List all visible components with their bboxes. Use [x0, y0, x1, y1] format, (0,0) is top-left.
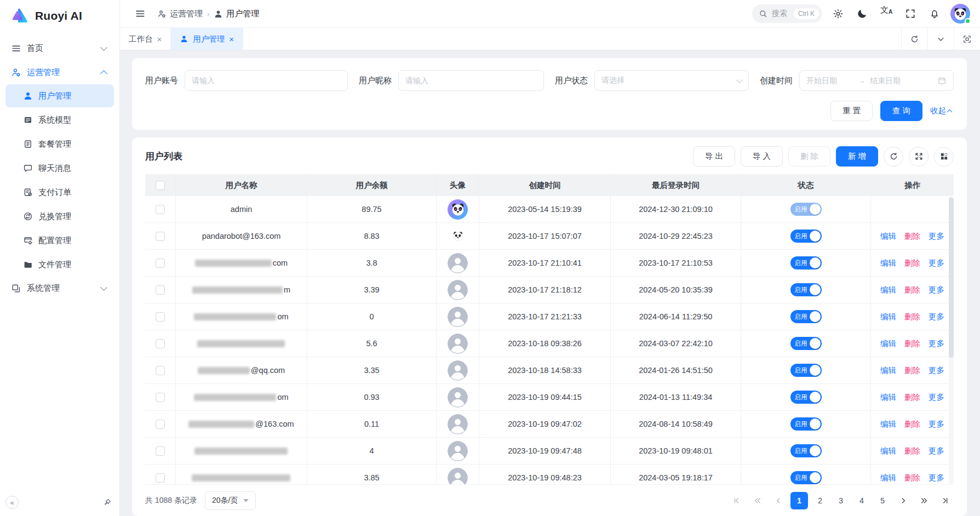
maximize-icon[interactable]: [954, 28, 980, 50]
first-page-button[interactable]: [728, 492, 746, 509]
export-button[interactable]: 导 出: [693, 146, 735, 167]
status-toggle[interactable]: 启用: [790, 256, 822, 270]
delete-link[interactable]: 删除: [904, 392, 920, 403]
translate-icon[interactable]: 文A: [878, 5, 895, 22]
refresh-icon[interactable]: [901, 28, 927, 50]
page-size-select[interactable]: 20条/页: [205, 491, 256, 510]
sidebar-collapse-button[interactable]: «: [5, 496, 19, 509]
end-date-input[interactable]: [870, 76, 917, 85]
edit-link[interactable]: 编辑: [880, 258, 896, 268]
delete-link[interactable]: 删除: [904, 365, 920, 376]
status-toggle[interactable]: 启用: [790, 337, 822, 350]
nickname-input[interactable]: [405, 76, 537, 85]
edit-link[interactable]: 编辑: [880, 473, 896, 483]
delete-link[interactable]: 删除: [904, 285, 920, 295]
row-checkbox[interactable]: [156, 420, 165, 429]
prev-10-pages-button[interactable]: [749, 492, 766, 509]
sidebar-subitem-1[interactable]: 系统模型: [5, 108, 114, 131]
page-button-1[interactable]: 1: [790, 492, 808, 509]
start-date-input[interactable]: [806, 76, 853, 85]
brand[interactable]: Ruoyi AI: [0, 0, 119, 32]
more-link[interactable]: 更多: [929, 365, 944, 376]
refresh-icon[interactable]: [884, 147, 903, 167]
more-link[interactable]: 更多: [929, 231, 944, 242]
row-checkbox[interactable]: [156, 473, 165, 483]
status-toggle[interactable]: 启用: [790, 203, 822, 216]
row-checkbox[interactable]: [156, 339, 165, 348]
more-link[interactable]: 更多: [929, 258, 944, 268]
row-checkbox[interactable]: [156, 446, 165, 456]
row-checkbox[interactable]: [156, 285, 165, 295]
status-toggle[interactable]: 启用: [790, 364, 822, 377]
more-link[interactable]: 更多: [929, 446, 944, 456]
sidebar-subitem-5[interactable]: 兑换管理: [5, 205, 114, 228]
fullscreen-icon[interactable]: [902, 5, 919, 22]
more-link[interactable]: 更多: [929, 312, 944, 322]
row-checkbox[interactable]: [156, 232, 165, 241]
delete-link[interactable]: 删除: [904, 339, 920, 349]
sidebar-item-system[interactable]: 系统管理: [5, 276, 114, 300]
global-search[interactable]: 搜索 Ctrl K: [752, 4, 822, 23]
more-link[interactable]: 更多: [929, 473, 944, 483]
expand-icon[interactable]: [909, 147, 929, 167]
more-link[interactable]: 更多: [929, 392, 944, 403]
scrollbar-thumb[interactable]: [949, 197, 954, 358]
chevron-down-icon[interactable]: [927, 28, 954, 50]
add-button[interactable]: 新 增: [836, 146, 878, 167]
page-button-4[interactable]: 4: [853, 492, 870, 509]
user-avatar[interactable]: [950, 4, 970, 24]
status-toggle[interactable]: 启用: [790, 283, 822, 296]
status-toggle[interactable]: 启用: [790, 444, 822, 457]
row-checkbox[interactable]: [156, 312, 165, 322]
edit-link[interactable]: 编辑: [880, 365, 896, 376]
dark-mode-icon[interactable]: [854, 5, 870, 22]
close-icon[interactable]: ×: [229, 35, 234, 44]
import-button[interactable]: 导 入: [741, 146, 783, 167]
sidebar-subitem-6[interactable]: 配置管理: [5, 229, 114, 252]
sidebar-subitem-7[interactable]: 文件管理: [5, 253, 114, 276]
columns-icon[interactable]: [934, 147, 954, 167]
sidebar-subitem-3[interactable]: 聊天消息: [5, 157, 114, 180]
page-button-2[interactable]: 2: [811, 492, 829, 509]
delete-link[interactable]: 删除: [904, 312, 920, 322]
search-button[interactable]: 查 询: [880, 101, 922, 121]
tab-user-management[interactable]: 用户管理 ×: [171, 28, 243, 50]
notifications-icon[interactable]: [926, 5, 943, 22]
status-select[interactable]: 请选择: [594, 70, 749, 91]
row-checkbox[interactable]: [156, 205, 165, 214]
date-range-picker[interactable]: →: [799, 70, 954, 91]
sidebar-item-operations[interactable]: 运营管理: [5, 60, 114, 84]
status-toggle[interactable]: 启用: [790, 391, 822, 404]
next-page-button[interactable]: [895, 492, 912, 509]
status-toggle[interactable]: 启用: [790, 230, 822, 243]
more-link[interactable]: 更多: [929, 339, 944, 349]
select-all-checkbox[interactable]: [156, 181, 165, 190]
reset-button[interactable]: 重 置: [830, 101, 873, 121]
settings-icon[interactable]: [830, 5, 846, 22]
close-icon[interactable]: ×: [157, 35, 162, 44]
delete-link[interactable]: 删除: [904, 258, 920, 268]
breadcrumb-operations[interactable]: 运营管理: [157, 9, 203, 19]
sidebar-subitem-2[interactable]: 套餐管理: [5, 133, 114, 156]
tab-workbench[interactable]: 工作台 ×: [120, 28, 171, 50]
pin-icon[interactable]: [103, 498, 112, 507]
edit-link[interactable]: 编辑: [880, 446, 896, 456]
more-link[interactable]: 更多: [929, 285, 944, 295]
status-toggle[interactable]: 启用: [790, 417, 822, 431]
scrollbar-track[interactable]: [949, 197, 954, 484]
row-checkbox[interactable]: [156, 393, 165, 402]
delete-link[interactable]: 删除: [904, 231, 920, 242]
breadcrumb-users[interactable]: 用户管理: [214, 9, 259, 19]
row-checkbox[interactable]: [156, 366, 165, 375]
delete-button[interactable]: 删 除: [788, 146, 830, 167]
edit-link[interactable]: 编辑: [880, 285, 896, 295]
page-button-5[interactable]: 5: [874, 492, 891, 509]
hamburger-icon[interactable]: [132, 5, 148, 22]
delete-link[interactable]: 删除: [904, 419, 920, 429]
row-checkbox[interactable]: [156, 259, 165, 268]
more-link[interactable]: 更多: [929, 419, 944, 429]
edit-link[interactable]: 编辑: [880, 392, 896, 403]
status-toggle[interactable]: 启用: [790, 471, 822, 484]
edit-link[interactable]: 编辑: [880, 419, 896, 429]
edit-link[interactable]: 编辑: [880, 312, 896, 322]
